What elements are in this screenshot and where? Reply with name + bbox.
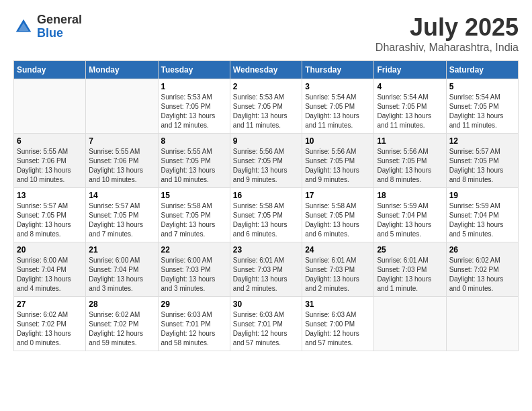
day-info: Sunrise: 5:54 AM Sunset: 7:05 PM Dayligh… <box>305 93 371 130</box>
day-info: Sunrise: 6:02 AM Sunset: 7:02 PM Dayligh… <box>449 256 515 293</box>
day-number: 26 <box>449 245 515 255</box>
calendar-cell: 22Sunrise: 6:00 AM Sunset: 7:03 PM Dayli… <box>158 242 230 297</box>
calendar-cell: 8Sunrise: 5:55 AM Sunset: 7:05 PM Daylig… <box>158 134 230 188</box>
calendar-cell: 10Sunrise: 5:56 AM Sunset: 7:05 PM Dayli… <box>302 134 374 188</box>
calendar-week-row: 6Sunrise: 5:55 AM Sunset: 7:06 PM Daylig… <box>14 134 519 188</box>
logo-general: General <box>37 13 82 27</box>
calendar-cell <box>374 297 446 351</box>
day-number: 24 <box>305 245 371 255</box>
day-number: 1 <box>161 82 227 91</box>
month-title: July 2025 <box>375 13 519 42</box>
day-number: 28 <box>89 300 154 309</box>
day-info: Sunrise: 5:54 AM Sunset: 7:05 PM Dayligh… <box>449 93 515 130</box>
calendar-cell: 6Sunrise: 5:55 AM Sunset: 7:06 PM Daylig… <box>14 134 86 188</box>
day-number: 19 <box>449 191 515 200</box>
logo-icon <box>13 17 34 37</box>
day-info: Sunrise: 6:00 AM Sunset: 7:04 PM Dayligh… <box>89 256 154 293</box>
day-info: Sunrise: 6:02 AM Sunset: 7:02 PM Dayligh… <box>17 310 83 348</box>
day-info: Sunrise: 6:01 AM Sunset: 7:03 PM Dayligh… <box>305 256 371 293</box>
calendar-cell: 4Sunrise: 5:54 AM Sunset: 7:05 PM Daylig… <box>374 79 446 134</box>
calendar-week-row: 13Sunrise: 5:57 AM Sunset: 7:05 PM Dayli… <box>14 188 519 242</box>
location: Dharashiv, Maharashtra, India <box>375 42 519 54</box>
calendar-cell: 30Sunrise: 6:03 AM Sunset: 7:01 PM Dayli… <box>230 297 302 351</box>
day-info: Sunrise: 5:53 AM Sunset: 7:05 PM Dayligh… <box>161 93 227 130</box>
day-info: Sunrise: 5:55 AM Sunset: 7:06 PM Dayligh… <box>89 147 154 185</box>
weekday-header: Friday <box>374 61 446 79</box>
calendar-cell: 2Sunrise: 5:53 AM Sunset: 7:05 PM Daylig… <box>230 79 302 134</box>
calendar-cell <box>86 79 158 134</box>
calendar-cell: 20Sunrise: 6:00 AM Sunset: 7:04 PM Dayli… <box>14 242 86 297</box>
day-number: 18 <box>377 191 443 200</box>
day-number: 23 <box>233 245 299 255</box>
page-header: General Blue July 2025 Dharashiv, Mahara… <box>13 13 519 54</box>
calendar-cell: 3Sunrise: 5:54 AM Sunset: 7:05 PM Daylig… <box>302 79 374 134</box>
calendar-cell <box>446 297 518 351</box>
day-number: 3 <box>305 82 371 91</box>
day-info: Sunrise: 6:00 AM Sunset: 7:04 PM Dayligh… <box>17 256 83 293</box>
day-number: 30 <box>233 300 299 309</box>
calendar-cell: 14Sunrise: 5:57 AM Sunset: 7:05 PM Dayli… <box>86 188 158 242</box>
calendar-cell: 26Sunrise: 6:02 AM Sunset: 7:02 PM Dayli… <box>446 242 518 297</box>
day-number: 27 <box>17 300 83 309</box>
calendar-cell: 15Sunrise: 5:58 AM Sunset: 7:05 PM Dayli… <box>158 188 230 242</box>
calendar-cell: 31Sunrise: 6:03 AM Sunset: 7:00 PM Dayli… <box>302 297 374 351</box>
day-info: Sunrise: 6:03 AM Sunset: 7:01 PM Dayligh… <box>161 310 227 348</box>
day-number: 22 <box>161 245 227 255</box>
logo-text: General Blue <box>37 13 82 40</box>
day-info: Sunrise: 6:01 AM Sunset: 7:03 PM Dayligh… <box>377 256 443 293</box>
calendar-cell: 17Sunrise: 5:58 AM Sunset: 7:05 PM Dayli… <box>302 188 374 242</box>
day-number: 2 <box>233 82 299 91</box>
day-info: Sunrise: 5:58 AM Sunset: 7:05 PM Dayligh… <box>305 201 371 239</box>
weekday-header: Saturday <box>446 61 518 79</box>
calendar-cell: 12Sunrise: 5:57 AM Sunset: 7:05 PM Dayli… <box>446 134 518 188</box>
day-info: Sunrise: 5:57 AM Sunset: 7:05 PM Dayligh… <box>17 201 83 239</box>
weekday-header: Wednesday <box>230 61 302 79</box>
calendar-cell: 24Sunrise: 6:01 AM Sunset: 7:03 PM Dayli… <box>302 242 374 297</box>
day-info: Sunrise: 5:58 AM Sunset: 7:05 PM Dayligh… <box>161 201 227 239</box>
day-info: Sunrise: 5:58 AM Sunset: 7:05 PM Dayligh… <box>233 201 299 239</box>
day-number: 11 <box>377 136 443 146</box>
day-number: 15 <box>161 191 227 200</box>
calendar-cell: 5Sunrise: 5:54 AM Sunset: 7:05 PM Daylig… <box>446 79 518 134</box>
calendar-cell <box>14 79 86 134</box>
day-number: 29 <box>161 300 227 309</box>
day-number: 12 <box>449 136 515 146</box>
calendar-cell: 21Sunrise: 6:00 AM Sunset: 7:04 PM Dayli… <box>86 242 158 297</box>
calendar-cell: 27Sunrise: 6:02 AM Sunset: 7:02 PM Dayli… <box>14 297 86 351</box>
weekday-header: Thursday <box>302 61 374 79</box>
calendar-cell: 11Sunrise: 5:56 AM Sunset: 7:05 PM Dayli… <box>374 134 446 188</box>
day-info: Sunrise: 6:01 AM Sunset: 7:03 PM Dayligh… <box>233 256 299 293</box>
calendar-cell: 16Sunrise: 5:58 AM Sunset: 7:05 PM Dayli… <box>230 188 302 242</box>
day-number: 8 <box>161 136 227 146</box>
day-number: 6 <box>17 136 83 146</box>
day-number: 20 <box>17 245 83 255</box>
calendar-week-row: 20Sunrise: 6:00 AM Sunset: 7:04 PM Dayli… <box>14 242 519 297</box>
day-number: 9 <box>233 136 299 146</box>
calendar-cell: 7Sunrise: 5:55 AM Sunset: 7:06 PM Daylig… <box>86 134 158 188</box>
day-info: Sunrise: 5:56 AM Sunset: 7:05 PM Dayligh… <box>305 147 371 185</box>
weekday-header: Monday <box>86 61 158 79</box>
calendar-cell: 1Sunrise: 5:53 AM Sunset: 7:05 PM Daylig… <box>158 79 230 134</box>
logo: General Blue <box>13 13 82 40</box>
weekday-header-row: SundayMondayTuesdayWednesdayThursdayFrid… <box>14 61 519 79</box>
day-info: Sunrise: 5:54 AM Sunset: 7:05 PM Dayligh… <box>377 93 443 130</box>
calendar-table: SundayMondayTuesdayWednesdayThursdayFrid… <box>13 60 519 351</box>
day-number: 17 <box>305 191 371 200</box>
day-info: Sunrise: 6:00 AM Sunset: 7:03 PM Dayligh… <box>161 256 227 293</box>
calendar-week-row: 27Sunrise: 6:02 AM Sunset: 7:02 PM Dayli… <box>14 297 519 351</box>
day-number: 16 <box>233 191 299 200</box>
day-info: Sunrise: 5:56 AM Sunset: 7:05 PM Dayligh… <box>233 147 299 185</box>
calendar-cell: 29Sunrise: 6:03 AM Sunset: 7:01 PM Dayli… <box>158 297 230 351</box>
calendar-cell: 25Sunrise: 6:01 AM Sunset: 7:03 PM Dayli… <box>374 242 446 297</box>
day-info: Sunrise: 5:55 AM Sunset: 7:06 PM Dayligh… <box>17 147 83 185</box>
day-number: 10 <box>305 136 371 146</box>
calendar-cell: 9Sunrise: 5:56 AM Sunset: 7:05 PM Daylig… <box>230 134 302 188</box>
day-number: 21 <box>89 245 154 255</box>
day-info: Sunrise: 5:57 AM Sunset: 7:05 PM Dayligh… <box>89 201 154 239</box>
day-info: Sunrise: 5:59 AM Sunset: 7:04 PM Dayligh… <box>449 201 515 239</box>
day-info: Sunrise: 5:57 AM Sunset: 7:05 PM Dayligh… <box>449 147 515 185</box>
day-info: Sunrise: 5:59 AM Sunset: 7:04 PM Dayligh… <box>377 201 443 239</box>
day-number: 13 <box>17 191 83 200</box>
calendar-cell: 19Sunrise: 5:59 AM Sunset: 7:04 PM Dayli… <box>446 188 518 242</box>
day-number: 5 <box>449 82 515 91</box>
